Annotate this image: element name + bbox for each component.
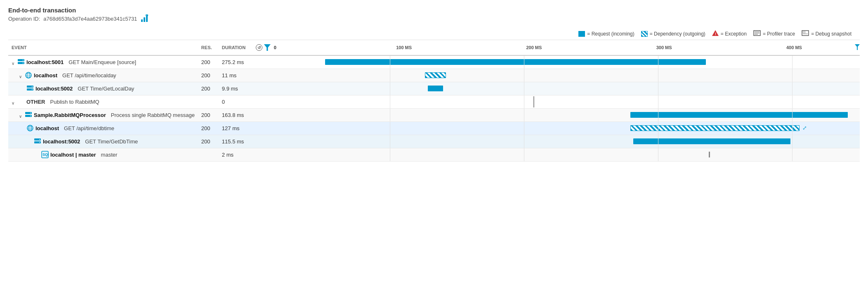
col-header-timeline: ↺ 0 100 MS 200 MS 300 MS 400 MS xyxy=(256,40,860,55)
timeline-vmarker xyxy=(533,96,534,107)
expand-icon[interactable]: ⤢ xyxy=(802,124,809,132)
legend-debug: = Debug snapshot xyxy=(802,30,851,37)
timeline-bar-hatched xyxy=(425,72,446,78)
event-cell-row4: Sample.RabbitMQProcessorProcess single R… xyxy=(8,108,198,121)
legend-profiler: = Profiler trace xyxy=(753,30,795,37)
res-cell: 200 xyxy=(198,108,219,121)
res-cell: 200 xyxy=(198,121,219,135)
scale-0: 0 xyxy=(274,45,276,50)
timeline-bar-hatched xyxy=(630,125,800,131)
svg-point-18 xyxy=(23,63,24,64)
chevron-icon[interactable] xyxy=(12,60,16,64)
svg-text:!: ! xyxy=(715,32,716,36)
timeline-cell xyxy=(256,95,860,108)
legend-exception-icon: ! xyxy=(712,30,719,37)
col-header-res: RES. xyxy=(198,40,219,55)
res-cell xyxy=(198,148,219,161)
legend-profiler-icon xyxy=(753,30,761,37)
event-name: localhost xyxy=(34,72,57,79)
duration-cell: 11 ms xyxy=(219,69,256,82)
grid-line xyxy=(524,135,524,148)
res-cell xyxy=(198,95,219,108)
event-operation: GET /api/time/localday xyxy=(62,72,116,79)
trace-table: EVENT RES. DURATION ↺ 0 100 MS 200 MS 30 xyxy=(8,40,860,162)
svg-rect-0 xyxy=(141,19,143,22)
event-cell-content: localhostGET /api/time/localday xyxy=(19,71,195,79)
chart-icon[interactable]: i xyxy=(140,14,149,23)
grid-line xyxy=(524,69,524,82)
event-cell-row1: localhostGET /api/time/localday xyxy=(8,69,198,82)
event-operation: master xyxy=(101,152,118,158)
svg-point-30 xyxy=(30,113,31,114)
event-cell-content: localhostGET /api/time/dbtime xyxy=(26,124,195,132)
svg-point-17 xyxy=(23,60,24,61)
table-row: Sample.RabbitMQProcessorProcess single R… xyxy=(8,108,860,121)
timeline-cell xyxy=(256,148,860,161)
scale-400ms: 400 MS xyxy=(786,45,802,50)
duration-cell: 163.8 ms xyxy=(219,108,256,121)
timeline-cell xyxy=(256,135,860,148)
chevron-icon[interactable] xyxy=(19,113,23,117)
timeline-filter-button[interactable] xyxy=(264,44,271,51)
legend-request-icon xyxy=(578,31,585,37)
grid-line xyxy=(390,122,390,135)
legend-request: = Request (incoming) xyxy=(578,31,634,37)
grid-line xyxy=(658,56,658,69)
timeline-bar-solid xyxy=(633,138,790,144)
grid-line xyxy=(792,109,793,121)
grid-line xyxy=(524,56,524,69)
grid-line xyxy=(792,69,793,82)
timeline-filter-right-icon[interactable] xyxy=(855,44,860,51)
grid-line xyxy=(658,69,658,82)
svg-text:i: i xyxy=(146,14,147,17)
legend-bar: = Request (incoming) = Dependency (outgo… xyxy=(8,28,860,40)
table-header-row: EVENT RES. DURATION ↺ 0 100 MS 200 MS 30 xyxy=(8,40,860,55)
event-operation: GET Time/GetLocalDay xyxy=(78,86,134,92)
grid-line xyxy=(524,122,524,135)
legend-dependency-label: = Dependency (outgoing) xyxy=(650,31,705,37)
duration-cell: 115.5 ms xyxy=(219,135,256,148)
row-icon xyxy=(34,138,41,145)
page-title: End-to-end transaction xyxy=(8,7,860,14)
duration-cell: 0 xyxy=(219,95,256,108)
res-cell: 200 xyxy=(198,135,219,148)
svg-point-31 xyxy=(30,116,31,117)
timeline-scale: 0 100 MS 200 MS 300 MS 400 MS xyxy=(274,42,860,53)
row-icon xyxy=(26,85,34,92)
chevron-icon[interactable] xyxy=(12,100,16,104)
event-cell-row7: SQL localhost | mastermaster xyxy=(8,148,198,161)
event-name: localhost:5002 xyxy=(43,138,80,145)
timeline-cell xyxy=(256,82,860,95)
col-header-event: EVENT xyxy=(8,40,198,55)
grid-line xyxy=(658,135,658,148)
duration-cell: 9.9 ms xyxy=(219,82,256,95)
svg-rect-13 xyxy=(803,33,808,34)
page-container: End-to-end transaction Operation ID: a76… xyxy=(0,0,868,281)
grid-line xyxy=(524,148,524,161)
grid-line xyxy=(792,82,793,95)
svg-point-40 xyxy=(39,139,40,140)
svg-text:SQL: SQL xyxy=(42,152,49,157)
scale-300ms: 300 MS xyxy=(656,45,672,50)
grid-line xyxy=(390,56,390,69)
legend-dependency-icon xyxy=(641,31,648,37)
svg-rect-2 xyxy=(146,16,148,22)
grid-line xyxy=(390,135,390,148)
grid-line xyxy=(390,109,390,121)
timeline-cell: ⤢ xyxy=(256,121,860,135)
legend-profiler-label: = Profiler trace xyxy=(763,31,795,37)
event-operation: GET Time/GetDbTime xyxy=(85,138,138,145)
table-row: SQL localhost | mastermaster 2 ms xyxy=(8,148,860,161)
table-row: localhostGET /api/time/dbtime 200127 ms⤢ xyxy=(8,121,860,135)
row-icon xyxy=(17,98,25,105)
legend-request-label: = Request (incoming) xyxy=(587,31,634,37)
duration-cell: 275.2 ms xyxy=(219,55,256,69)
event-operation: Process single RabbitMQ message xyxy=(111,112,195,118)
event-cell-content: SQL localhost | mastermaster xyxy=(41,151,195,158)
svg-marker-14 xyxy=(855,44,860,50)
event-cell-row2: localhost:5002GET Time/GetLocalDay xyxy=(8,82,198,95)
grid-line xyxy=(658,95,658,108)
res-cell: 200 xyxy=(198,82,219,95)
chevron-icon[interactable] xyxy=(19,73,23,77)
timeline-reset-button[interactable]: ↺ xyxy=(256,44,262,51)
